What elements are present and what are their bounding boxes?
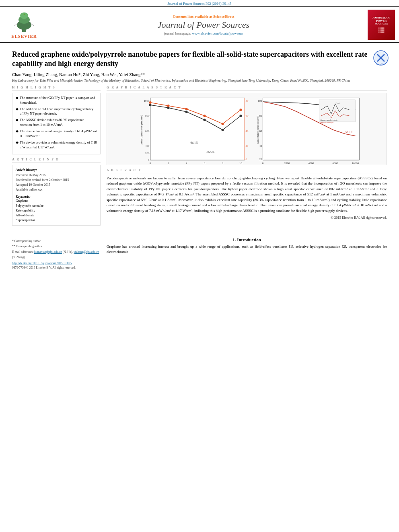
- intro-heading: 1. Introduction: [107, 237, 387, 242]
- email-link-2[interactable]: yfzhang@sjtu.edu.cn: [74, 250, 99, 254]
- doi-link[interactable]: http://dx.doi.org/10.1016/j.jpowsour.201…: [12, 261, 72, 265]
- highlight-item-1: ◆ The structure of the rGO/PPy NT paper …: [16, 96, 97, 105]
- graphical-abstract-chart: 1000 800 600 400 200 0 80 60 40 20 0: [107, 94, 387, 164]
- svg-text:4000: 4000: [309, 162, 315, 164]
- svg-text:CrossMark: CrossMark: [376, 63, 386, 65]
- svg-point-38: [240, 115, 242, 117]
- abstract-text: Pseudocapacitive materials are known to …: [107, 176, 387, 214]
- svg-point-36: [204, 119, 206, 121]
- journal-homepage: journal homepage: www.elsevier.com/locat…: [44, 31, 363, 35]
- svg-point-35: [185, 111, 188, 113]
- journal-title: Journal of Power Sources: [44, 20, 363, 30]
- svg-text:6: 6: [204, 162, 206, 164]
- main-content: Reduced graphene oxide/polypyrrole nanot…: [0, 43, 399, 273]
- svg-point-40: [167, 105, 170, 107]
- affiliation-line: Key Laboratory for Thin Film and Microfa…: [12, 78, 387, 82]
- crossmark-icon: CrossMark: [373, 50, 387, 64]
- svg-text:800: 800: [145, 114, 150, 117]
- abstract-label: A B S T R A C T: [107, 168, 387, 173]
- svg-text:2000: 2000: [284, 162, 290, 164]
- svg-text:0: 0: [150, 162, 151, 164]
- header-center: Contents lists available at ScienceDirec…: [44, 14, 363, 35]
- available-online: Available online xxx: [16, 187, 97, 192]
- intro-text: Graphene has aroused increasing interest…: [107, 244, 387, 255]
- keyword-2: Polypyrrole nanotube: [16, 203, 97, 208]
- elsevier-logo: 🌿 ELSEVIER: [4, 11, 44, 39]
- sciencedirect-line: Contents lists available at ScienceDirec…: [44, 14, 363, 18]
- issn-line: 0378-7753/© 2015 Elsevier B.V. All right…: [12, 266, 101, 269]
- keywords-title: Keywords:: [16, 195, 97, 199]
- homepage-link[interactable]: www.elsevier.com/locate/jpowsour: [192, 31, 243, 35]
- svg-point-43: [222, 123, 224, 125]
- authors-line: Chao Yang, Liling Zhang, Nantao Hu*, Zhi…: [12, 72, 387, 77]
- elsevier-brand: ELSEVIER: [11, 34, 37, 39]
- highlight-item-4: ◆ The device has an areal energy density…: [16, 129, 97, 139]
- svg-text:0: 0: [148, 158, 150, 162]
- footnote-asterisk1: * Corresponding author.: [12, 239, 101, 244]
- paper-title: Reduced graphene oxide/polypyrrole nanot…: [12, 50, 369, 69]
- header-section: 🌿 ELSEVIER Contents lists available at S…: [0, 6, 399, 43]
- svg-text:2: 2: [168, 162, 169, 164]
- svg-text:t (ms): t (ms): [335, 102, 340, 104]
- svg-text:80: 80: [246, 99, 249, 103]
- svg-text:20: 20: [246, 144, 249, 148]
- svg-text:100: 100: [258, 99, 262, 103]
- keyword-3: Rate capability: [16, 208, 97, 213]
- section-divider: [12, 233, 387, 233]
- graphical-abstract-label: G R A P H I C A L A B S T R A C T: [107, 86, 387, 90]
- svg-point-33: [149, 104, 152, 106]
- svg-text:■ aqueous electrolyte: ■ aqueous electrolyte: [321, 119, 338, 121]
- top-bar: Journal of Power Sources 302 (2016) 39–4…: [0, 0, 399, 6]
- svg-text:400: 400: [145, 144, 150, 148]
- received-revised: Received in revised form 2 October 2015: [16, 178, 97, 183]
- svg-text:Areal Capacitance (mF/cm²): Areal Capacitance (mF/cm²): [140, 115, 143, 145]
- svg-text:0: 0: [262, 162, 264, 164]
- keyword-5: Supercapacitor: [16, 218, 97, 223]
- journal-logo-box: JOURNAL OFPOWERSOURCES ■■■■■■■■■■■■■■■: [368, 10, 395, 40]
- svg-text:600: 600: [145, 129, 150, 133]
- intro-text-area: 1. Introduction Graphene has aroused inc…: [107, 237, 387, 269]
- elsevier-tree-icon: 🌿: [10, 11, 38, 33]
- svg-text:1000: 1000: [144, 99, 150, 103]
- svg-point-41: [185, 108, 188, 110]
- footnote-email: E-mail addresses: humantao@sjtu.edu.cn (…: [12, 250, 101, 255]
- footnote-asterisk2: ** Corresponding author.: [12, 244, 101, 249]
- highlights-label: H I G H L I G H T S: [12, 86, 101, 90]
- svg-text:80: 80: [259, 114, 263, 117]
- highlight-item-2: ◆ The addition of rGO can improve the cy…: [16, 107, 97, 117]
- svg-point-44: [240, 109, 242, 111]
- graph-placeholder: 1000 800 600 400 200 0 80 60 40 20 0: [107, 93, 387, 165]
- accepted-date: Accepted 10 October 2015: [16, 183, 97, 187]
- svg-text:40: 40: [246, 129, 249, 133]
- svg-text:20: 20: [259, 158, 263, 161]
- article-info-section: A R T I C L E I N F O Article history: R…: [12, 158, 101, 226]
- footnotes-area: * Corresponding author. ** Corresponding…: [12, 237, 101, 269]
- svg-text:■ gel electrolyte: ■ gel electrolyte: [321, 121, 334, 123]
- graphical-abstract-section: G R A P H I C A L A B S T R A C T: [107, 86, 387, 165]
- svg-text:10000: 10000: [352, 162, 359, 164]
- highlights-section: H I G H L I G H T S ◆ The structure of t…: [12, 86, 101, 154]
- highlight-item-5: ◆ The device provides a volumetric energ…: [16, 140, 97, 150]
- sciencedirect-brand: ScienceDirect: [213, 14, 234, 18]
- journal-reference: Journal of Power Sources 302 (2016) 39–4…: [168, 2, 232, 6]
- history-title: Article history:: [16, 168, 97, 172]
- svg-text:56.1%: 56.1%: [346, 130, 353, 134]
- svg-text:10: 10: [239, 162, 243, 164]
- svg-text:6000: 6000: [333, 162, 339, 164]
- svg-text:60: 60: [246, 114, 249, 117]
- copyright-line: © 2015 Elsevier B.V. All rights reserved…: [107, 216, 387, 220]
- svg-text:0: 0: [246, 158, 247, 161]
- svg-point-37: [222, 129, 224, 131]
- article-info-box: Article history: Received 16 May 2015 Re…: [12, 165, 101, 226]
- abstract-section: A B S T R A C T Pseudocapacitive materia…: [107, 168, 387, 220]
- svg-text:200: 200: [145, 152, 150, 155]
- svg-text:94.1%: 94.1%: [191, 141, 198, 145]
- email-link-1[interactable]: humantao@sjtu.edu.cn: [34, 250, 62, 254]
- svg-text:🌿: 🌿: [23, 13, 25, 15]
- svg-point-42: [204, 115, 206, 117]
- svg-text:60: 60: [259, 129, 263, 133]
- highlights-box: ◆ The structure of the rGO/PPy NT paper …: [12, 93, 101, 154]
- svg-text:40: 40: [259, 144, 263, 148]
- journal-logo: JOURNAL OFPOWERSOURCES ■■■■■■■■■■■■■■■: [363, 10, 395, 40]
- svg-text:86.5%: 86.5%: [207, 150, 214, 154]
